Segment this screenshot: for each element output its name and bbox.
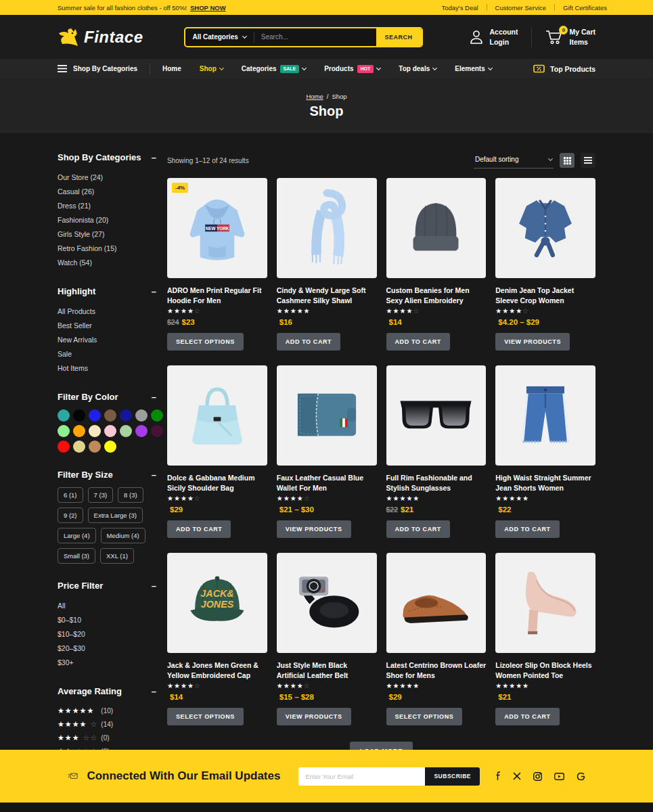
color-swatch[interactable] bbox=[120, 409, 132, 422]
collapse-icon[interactable]: – bbox=[152, 581, 156, 591]
product-image[interactable]: -4% NEW YORK bbox=[167, 178, 267, 278]
highlight-link[interactable]: All Products bbox=[58, 304, 156, 318]
category-link[interactable]: Watch (54) bbox=[58, 255, 156, 269]
add-to-cart-button[interactable]: ADD TO CART bbox=[495, 520, 559, 538]
instagram-icon[interactable] bbox=[533, 772, 542, 781]
product-title[interactable]: High Waist Straight Summer Jean Shorts W… bbox=[495, 473, 595, 493]
product-title[interactable]: Jack & Jones Men Green & Yellow Embroide… bbox=[167, 660, 267, 681]
color-swatch[interactable] bbox=[73, 441, 85, 453]
size-chip[interactable]: Medium (4) bbox=[101, 528, 145, 543]
rating-filter-link[interactable]: ★★☆☆☆(0) bbox=[58, 744, 156, 750]
category-link[interactable]: Fashionista (20) bbox=[58, 212, 156, 227]
nav-categories[interactable]: CategoriesSALE bbox=[242, 65, 306, 73]
color-swatch[interactable] bbox=[89, 441, 101, 453]
add-to-cart-button[interactable]: ADD TO CART bbox=[277, 333, 340, 351]
color-swatch[interactable] bbox=[135, 409, 148, 422]
facebook-icon[interactable] bbox=[495, 771, 501, 781]
view-products-button[interactable]: VIEW PRODUCTS bbox=[277, 520, 351, 538]
nav-elements[interactable]: Elements bbox=[455, 65, 491, 72]
breadcrumb-home-link[interactable]: Home bbox=[306, 93, 323, 100]
product-image[interactable] bbox=[495, 553, 595, 653]
color-swatch[interactable] bbox=[151, 409, 163, 422]
rating-filter-link[interactable]: ★★★★☆(14) bbox=[58, 717, 156, 731]
nav-shop[interactable]: Shop bbox=[200, 65, 223, 72]
color-swatch[interactable] bbox=[151, 425, 163, 437]
product-image[interactable] bbox=[167, 365, 267, 466]
customer-service-link[interactable]: Customer Service bbox=[487, 4, 555, 12]
size-chip[interactable]: Extra Large (3) bbox=[88, 508, 143, 523]
color-swatch[interactable] bbox=[120, 425, 132, 437]
size-chip[interactable]: Small (3) bbox=[58, 548, 95, 564]
product-image[interactable] bbox=[277, 553, 377, 653]
color-swatch[interactable] bbox=[135, 425, 148, 437]
add-to-cart-button[interactable]: ADD TO CART bbox=[167, 520, 231, 538]
grid-view-button[interactable] bbox=[560, 153, 575, 168]
collapse-icon[interactable]: – bbox=[152, 470, 156, 480]
gift-certificates-link[interactable]: Gift Certificates bbox=[555, 4, 615, 12]
product-title[interactable]: Dolce & Gabbana Medium Sicily Shoulder B… bbox=[167, 473, 267, 493]
collapse-icon[interactable]: – bbox=[152, 286, 156, 296]
product-title[interactable]: Faux Leather Casual Blue Wallet For Men bbox=[277, 473, 377, 493]
collapse-icon[interactable]: – bbox=[152, 392, 156, 402]
color-swatch[interactable] bbox=[73, 409, 85, 422]
add-to-cart-button[interactable]: ADD TO CART bbox=[386, 333, 450, 351]
price-link[interactable]: $10–$20 bbox=[58, 627, 156, 641]
add-to-cart-button[interactable]: ADD TO CART bbox=[386, 520, 450, 538]
category-link[interactable]: Casual (26) bbox=[58, 184, 156, 198]
load-more-button[interactable]: LOAD MORE bbox=[350, 742, 413, 750]
color-swatch[interactable] bbox=[104, 425, 116, 437]
product-image[interactable] bbox=[386, 553, 487, 653]
size-chip[interactable]: Large (4) bbox=[58, 528, 96, 543]
search-category-dropdown[interactable]: All Categories bbox=[185, 28, 254, 46]
shop-now-link[interactable]: SHOP NOW bbox=[190, 4, 226, 12]
x-twitter-icon[interactable] bbox=[513, 772, 521, 780]
google-icon[interactable] bbox=[577, 772, 585, 781]
highlight-link[interactable]: Hot Items bbox=[58, 361, 156, 375]
color-swatch[interactable] bbox=[104, 409, 116, 422]
nav-home[interactable]: Home bbox=[162, 65, 181, 72]
price-link[interactable]: All bbox=[58, 598, 156, 612]
size-chip[interactable]: 8 (3) bbox=[118, 487, 143, 503]
todays-deal-link[interactable]: Today's Deal bbox=[433, 4, 486, 12]
color-swatch[interactable] bbox=[89, 425, 101, 437]
select-options-button[interactable]: SELECT OPTIONS bbox=[167, 708, 244, 725]
logo[interactable]: Fintace bbox=[58, 27, 143, 47]
size-chip[interactable]: 6 (1) bbox=[58, 487, 83, 503]
product-title[interactable]: ADRO Men Print Regular Fit Hoodie For Me… bbox=[167, 286, 267, 306]
product-title[interactable]: Full Rim Fashionable and Stylish Sunglas… bbox=[386, 473, 487, 493]
product-image[interactable] bbox=[495, 178, 595, 278]
subscribe-button[interactable]: SUBSCRIBE bbox=[425, 767, 480, 786]
color-swatch[interactable] bbox=[89, 409, 101, 422]
account-login-link[interactable]: Account Login bbox=[470, 27, 518, 46]
color-swatch[interactable] bbox=[58, 409, 70, 422]
collapse-icon[interactable]: – bbox=[152, 686, 156, 696]
search-button[interactable]: SEARCH bbox=[376, 28, 422, 46]
category-link[interactable]: Girls Style (27) bbox=[58, 227, 156, 241]
list-view-button[interactable] bbox=[581, 153, 595, 168]
price-link[interactable]: $0–$10 bbox=[58, 612, 156, 627]
cart-link[interactable]: 0 My Cart Items bbox=[545, 27, 595, 46]
shop-by-categories-toggle[interactable]: Shop By Categories bbox=[58, 65, 137, 72]
category-link[interactable]: Our Store (24) bbox=[58, 170, 156, 184]
price-link[interactable]: $30+ bbox=[58, 655, 156, 669]
email-input[interactable] bbox=[298, 767, 425, 786]
price-link[interactable]: $20–$30 bbox=[58, 641, 156, 655]
product-image[interactable] bbox=[386, 178, 487, 278]
add-to-cart-button[interactable]: ADD TO CART bbox=[495, 708, 559, 725]
product-image[interactable] bbox=[386, 365, 487, 466]
size-chip[interactable]: XXL (1) bbox=[100, 548, 134, 564]
select-options-button[interactable]: SELECT OPTIONS bbox=[167, 333, 244, 351]
view-products-button[interactable]: VIEW PRODUCTS bbox=[277, 708, 351, 725]
nav-top-deals[interactable]: Top deals bbox=[399, 65, 436, 72]
product-title[interactable]: Custom Beanies for Men Sexy Alien Embroi… bbox=[386, 286, 487, 306]
product-image[interactable] bbox=[277, 365, 377, 466]
nav-products[interactable]: ProductsHOT bbox=[324, 65, 380, 73]
highlight-link[interactable]: Best Seller bbox=[58, 318, 156, 332]
search-input[interactable] bbox=[254, 33, 376, 41]
product-title[interactable]: Cindy & Wendy Large Soft Cashmere Silky … bbox=[277, 286, 377, 306]
color-swatch[interactable] bbox=[73, 425, 85, 437]
size-chip[interactable]: 9 (2) bbox=[58, 508, 83, 523]
select-options-button[interactable]: SELECT OPTIONS bbox=[386, 708, 463, 725]
product-image[interactable] bbox=[495, 365, 595, 466]
product-title[interactable]: Latest Centrino Brown Loafer Shoe for Me… bbox=[386, 660, 487, 681]
